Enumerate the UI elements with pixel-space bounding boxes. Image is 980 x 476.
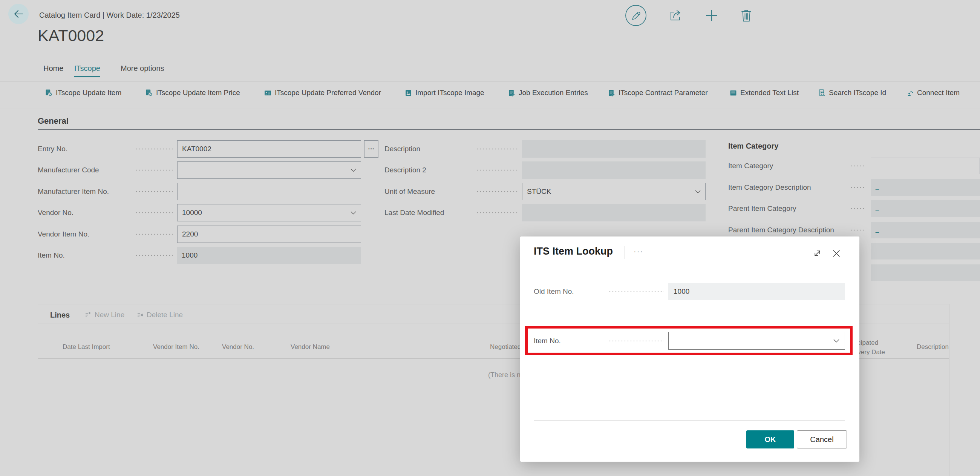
action-job-execution-entries[interactable]: Job Execution Entries <box>508 86 588 99</box>
new-line-button[interactable]: New Line <box>84 311 124 319</box>
field-label: Description 2 <box>385 166 473 174</box>
assist-edit-button[interactable]: ··· <box>364 140 379 158</box>
tab-home[interactable]: Home <box>43 64 63 76</box>
column-header-vendor-no[interactable]: Vendor No. <box>222 343 254 351</box>
action-itscope-update-item[interactable]: ITscope Update Item <box>45 86 121 99</box>
back-button[interactable] <box>8 4 29 24</box>
field-value: 2200 <box>182 230 198 238</box>
chevron-down-icon <box>350 169 356 172</box>
doc-sync-icon <box>45 89 52 97</box>
field-old-item-no: Old Item No. 1000 <box>520 283 859 300</box>
dotted-leader <box>608 291 664 292</box>
action-connect-item[interactable]: Connect Item <box>907 86 959 99</box>
vendor-item-no-input[interactable]: 2200 <box>177 225 361 243</box>
field-label: Item No. <box>38 251 132 259</box>
tab-more-options[interactable]: More options <box>121 64 164 76</box>
unit-of-measure-dropdown[interactable]: STÜCK <box>522 183 706 200</box>
lines-divider <box>77 310 77 323</box>
field-label: Item No. <box>534 337 605 345</box>
image-icon <box>405 89 412 97</box>
dotted-leader <box>850 208 866 209</box>
dialog-title-divider <box>625 246 625 259</box>
field-label: Vendor No. <box>38 209 132 217</box>
field-label: Parent Item Category Description <box>728 226 847 234</box>
action-itscope-update-item-price[interactable]: ITscope Update Item Price <box>145 86 240 99</box>
dotted-leader <box>850 187 866 188</box>
dotted-leader <box>476 191 517 192</box>
record-title: KAT0002 <box>38 26 104 45</box>
action-label: New Line <box>95 311 124 319</box>
action-import-itscope-image[interactable]: Import ITscope Image <box>405 86 484 99</box>
action-itscope-contract-parameter[interactable]: ITscope Contract Parameter <box>608 86 708 99</box>
field-label: Manufacturer Code <box>38 166 132 174</box>
ok-button[interactable]: OK <box>746 430 794 449</box>
dialog-expand-button[interactable] <box>812 248 822 260</box>
action-label: Job Execution Entries <box>519 89 588 97</box>
column-header-vendor-name[interactable]: Vendor Name <box>291 343 330 351</box>
vendor-no-dropdown[interactable]: 10000 <box>177 204 361 221</box>
field-label: Vendor Item No. <box>38 230 132 238</box>
dotted-leader <box>135 233 173 235</box>
tab-divider <box>110 63 110 78</box>
dialog-footer-divider <box>534 420 845 420</box>
item-category-description-readonly: – <box>871 179 980 196</box>
column-header-date-last-import[interactable]: Date Last Import <box>62 343 110 351</box>
field-parent-item-category-description: Parent Item Category Description – <box>728 222 980 238</box>
field-label: Item Category <box>728 162 847 170</box>
action-label: ITscope Contract Parameter <box>619 89 708 97</box>
field-label: Old Item No. <box>534 288 605 296</box>
doc-edit-icon <box>508 89 515 97</box>
delete-button[interactable] <box>740 9 752 24</box>
action-label: ITscope Update Item Price <box>156 89 240 97</box>
field-manufacturer-code: Manufacturer Code <box>38 161 361 179</box>
dialog-more-options-button[interactable]: ··· <box>633 247 643 256</box>
dotted-leader <box>850 165 866 167</box>
column-header-description[interactable]: Description <box>917 343 949 351</box>
action-itscope-update-preferred-vendor[interactable]: ITscope Update Preferred Vendor <box>264 86 381 99</box>
field-last-date-modified: Last Date Modified <box>385 204 706 221</box>
new-button[interactable] <box>705 9 718 24</box>
readonly-field <box>871 264 980 281</box>
list-icon <box>730 89 737 97</box>
field-value: – <box>875 206 879 217</box>
dotted-leader <box>476 212 517 214</box>
general-section-title[interactable]: General <box>38 116 68 126</box>
action-label: ITscope Update Item <box>56 89 121 97</box>
item-no-dropdown[interactable] <box>668 332 845 350</box>
dialog-close-button[interactable] <box>832 249 841 259</box>
edit-button[interactable] <box>625 5 647 28</box>
field-item-no-lookup: Item No. <box>520 332 859 350</box>
column-header-vendor-item-no[interactable]: Vendor Item No. <box>153 343 199 351</box>
cancel-button[interactable]: Cancel <box>797 430 847 449</box>
action-label: Import ITscope Image <box>415 89 484 97</box>
catalog-item-card-page: Catalog Item Card | Work Date: 1/23/2025… <box>0 0 980 476</box>
tab-itscope[interactable]: ITscope <box>74 64 100 77</box>
action-label: Extended Text List <box>740 89 799 97</box>
delete-line-button[interactable]: Delete Line <box>137 311 183 319</box>
item-no-readonly: 1000 <box>177 247 361 264</box>
field-value: – <box>875 228 879 238</box>
dotted-leader <box>850 229 866 231</box>
new-line-icon <box>84 311 92 319</box>
trash-icon <box>740 9 752 22</box>
dotted-leader <box>135 255 173 256</box>
manufacturer-item-no-input[interactable] <box>177 183 361 200</box>
action-label: Search ITscope Id <box>829 89 886 97</box>
share-button[interactable] <box>669 9 683 24</box>
manufacturer-code-dropdown[interactable] <box>177 161 361 179</box>
lines-part-title[interactable]: Lines <box>50 311 70 319</box>
item-category-input[interactable] <box>871 158 980 174</box>
field-item-category-description: Item Category Description – <box>728 179 980 196</box>
field-item-category: Item Category <box>728 158 980 174</box>
action-extended-text-list[interactable]: Extended Text List <box>730 86 799 99</box>
dotted-leader <box>135 148 173 150</box>
field-label: Entry No. <box>38 145 132 153</box>
page-caption: Catalog Item Card | Work Date: 1/23/2025 <box>39 11 180 20</box>
entry-no-input[interactable]: KAT0002 <box>177 140 361 158</box>
field-vendor-item-no: Vendor Item No. 2200 <box>38 225 361 243</box>
field-label: Item Category Description <box>728 183 847 192</box>
chevron-down-icon <box>695 190 701 193</box>
field-item-no: Item No. 1000 <box>38 247 361 264</box>
action-search-itscope-id[interactable]: Search ITscope Id <box>818 86 886 99</box>
back-arrow-icon <box>13 8 24 20</box>
